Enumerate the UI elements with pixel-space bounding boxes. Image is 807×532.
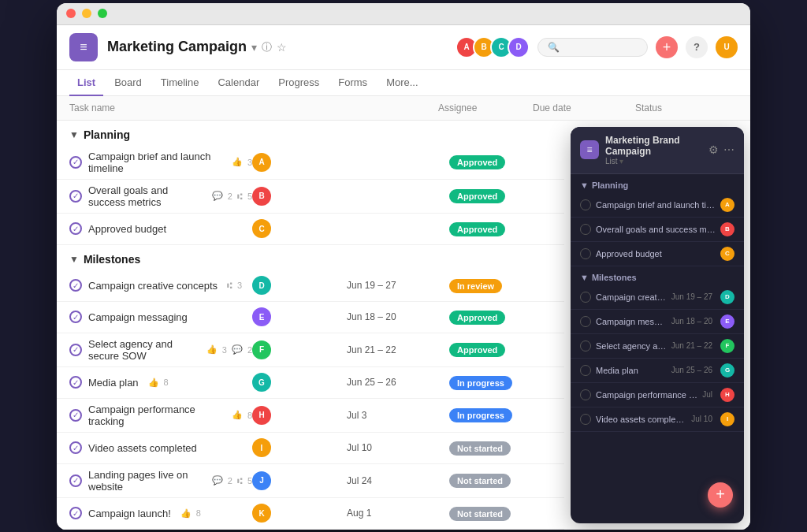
fab-add-button[interactable]: +	[708, 482, 733, 508]
task-name-cell: ✓ Media plan 👍 8	[69, 376, 252, 389]
table-row: ✓ Select agency and secure SOW 👍 3 💬 2 F…	[57, 333, 564, 367]
section-milestones[interactable]: ▼ Milestones	[57, 245, 564, 270]
header-right: A B C D 🔍 + ? U	[456, 36, 738, 58]
table-row: ✓ Campaign messaging E Jun 18 – 20 Appro…	[57, 302, 564, 333]
side-section-milestones[interactable]: ▼ Milestones	[571, 266, 744, 285]
task-assignee: B	[252, 187, 347, 206]
list-item: Overall goals and success metrics B	[571, 218, 744, 242]
app-container: ≡ Marketing Campaign ▾ ⓘ ☆ A B C D 🔍	[57, 25, 750, 530]
side-section-planning[interactable]: ▼ Planning	[571, 174, 744, 193]
thumbs-up-icon: 👍	[206, 344, 218, 355]
list-item: Media plan Jun 25 – 26 G	[571, 359, 744, 383]
task-checkbox[interactable]: ✓	[69, 507, 82, 519]
task-avatar: C	[720, 247, 734, 261]
task-avatar: H	[252, 406, 271, 425]
tab-forms[interactable]: Forms	[330, 70, 375, 96]
task-checkbox[interactable]: ✓	[69, 474, 82, 487]
task-name: Campaign brief and launch timeline	[596, 200, 716, 210]
comment-icon: 💬	[212, 191, 223, 201]
help-button[interactable]: ?	[686, 36, 708, 58]
task-date: Jun 18 – 20	[347, 311, 449, 322]
task-checkbox[interactable]: ✓	[69, 441, 82, 454]
task-name: Select agency and secure SOW	[88, 338, 197, 362]
task-avatar: B	[720, 222, 734, 236]
task-checkbox[interactable]: ✓	[69, 311, 82, 323]
task-avatar: K	[252, 504, 271, 523]
settings-icon[interactable]: ⚙	[708, 143, 719, 156]
status-badge: Approved	[449, 311, 505, 325]
task-checkbox[interactable]	[580, 248, 591, 259]
tab-more[interactable]: More...	[378, 70, 426, 96]
table-row: ✓ Overall goals and success metrics 💬 2 …	[57, 180, 564, 214]
task-date: Jul 10	[691, 415, 712, 423]
task-name-cell: ✓ Select agency and secure SOW 👍 3 💬 2	[69, 338, 252, 362]
task-status: Not started	[449, 473, 552, 488]
maximize-btn[interactable]	[98, 9, 107, 18]
col-due-date: Due date	[533, 102, 635, 113]
tab-timeline[interactable]: Timeline	[153, 70, 207, 96]
task-checkbox[interactable]	[580, 365, 591, 376]
task-status: Approved	[449, 188, 552, 203]
add-button[interactable]: +	[656, 36, 678, 58]
task-checkbox[interactable]: ✓	[69, 156, 82, 169]
task-checkbox[interactable]	[580, 316, 591, 327]
task-list: ▼ Planning ✓ Campaign brief and launch t…	[57, 121, 564, 530]
task-checkbox[interactable]	[580, 224, 591, 235]
tab-calendar[interactable]: Calendar	[210, 70, 267, 96]
close-btn[interactable]	[66, 9, 76, 18]
task-name: Media plan	[596, 366, 667, 375]
app-title-row: Marketing Campaign ▾ ⓘ ☆	[107, 39, 446, 55]
chevron-down-icon: ▾	[619, 157, 623, 166]
task-avatar: D	[720, 290, 734, 304]
task-checkbox[interactable]: ✓	[69, 190, 82, 203]
task-checkbox[interactable]	[580, 340, 591, 352]
task-name-cell: ✓ Campaign launch! 👍 8	[69, 507, 252, 519]
task-status: Approved	[449, 310, 552, 325]
project-name: Marketing Campaign	[107, 39, 247, 55]
task-checkbox[interactable]	[580, 292, 591, 303]
tab-board[interactable]: Board	[106, 70, 150, 96]
list-item: Approved budget C	[571, 242, 744, 266]
status-badge: Approved	[449, 343, 505, 357]
search-box[interactable]: 🔍	[537, 38, 648, 57]
task-date: Jun 25 – 26	[671, 366, 712, 374]
user-avatar[interactable]: U	[716, 36, 738, 58]
task-avatar: I	[252, 438, 271, 457]
section-planning[interactable]: ▼ Planning	[57, 121, 564, 146]
task-name: Approved budget	[596, 249, 716, 259]
task-avatar: A	[252, 153, 271, 172]
task-avatar: A	[720, 198, 734, 212]
task-checkbox[interactable]	[580, 199, 591, 210]
section-label: Planning	[84, 128, 130, 141]
task-avatar: G	[720, 363, 734, 378]
tab-list[interactable]: List	[69, 70, 103, 96]
task-checkbox[interactable]	[580, 389, 591, 400]
subtask-icon: ⑆	[237, 476, 243, 485]
app-header: ≡ Marketing Campaign ▾ ⓘ ☆ A B C D 🔍	[57, 25, 750, 70]
task-name-cell: ✓ Approved budget	[69, 222, 252, 235]
task-checkbox[interactable]: ✓	[69, 279, 82, 292]
app-icon: ≡	[69, 33, 98, 61]
avatar-group: A B C D	[456, 36, 530, 58]
star-icon[interactable]: ☆	[277, 41, 287, 54]
title-icons: ▾ ⓘ ☆	[251, 40, 287, 54]
task-comments: 2	[228, 192, 232, 201]
comment-icon: 💬	[232, 344, 243, 355]
tab-progress[interactable]: Progress	[270, 70, 327, 96]
task-name: Overall goals and success metrics	[88, 184, 203, 208]
section-arrow: ▼	[69, 254, 79, 265]
more-icon[interactable]: ⋯	[723, 143, 734, 156]
minimize-btn[interactable]	[82, 9, 91, 18]
chevron-down-icon[interactable]: ▾	[251, 41, 257, 54]
task-status: Not started	[449, 441, 552, 456]
task-checkbox[interactable]: ✓	[69, 344, 82, 356]
info-icon[interactable]: ⓘ	[262, 40, 272, 54]
task-checkbox[interactable]	[580, 414, 591, 425]
task-avatar: F	[720, 339, 734, 353]
task-date: Jul	[702, 390, 712, 399]
status-badge: Approved	[449, 222, 505, 236]
task-checkbox[interactable]: ✓	[69, 222, 82, 235]
task-checkbox[interactable]: ✓	[69, 376, 82, 389]
task-status: Approved	[449, 154, 552, 169]
task-checkbox[interactable]: ✓	[69, 409, 82, 422]
